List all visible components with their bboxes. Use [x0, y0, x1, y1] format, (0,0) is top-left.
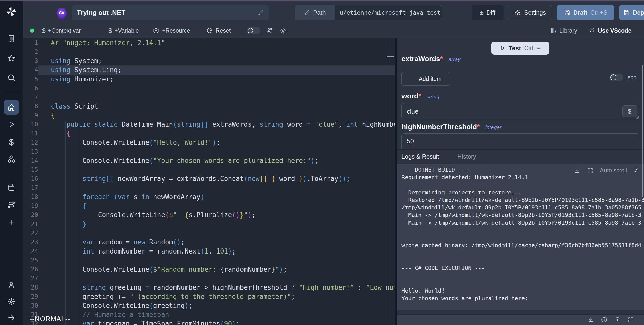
- path-label: Path: [313, 9, 326, 16]
- code-line[interactable]: 19 {: [23, 201, 395, 210]
- draft-button[interactable]: Draft Ctrl+S: [557, 5, 614, 20]
- settings-gear-icon[interactable]: [0, 295, 23, 309]
- code-line[interactable]: 15: [23, 165, 395, 174]
- insert-variable-button[interactable]: $: [622, 105, 637, 117]
- code-line[interactable]: 12 Console.WriteLine("Hello, World!");: [23, 138, 395, 147]
- code-line[interactable]: 24 int randomNumber = random.Next(1, 101…: [23, 247, 395, 256]
- indent-guide: [65, 121, 66, 325]
- word-input-value: clue: [407, 108, 418, 115]
- add-item-button[interactable]: Add item: [401, 72, 450, 86]
- code-line[interactable]: 7: [23, 93, 395, 102]
- user-icon[interactable]: [0, 278, 23, 292]
- line-number: 3: [23, 56, 38, 65]
- code-line[interactable]: 4using System.Linq;: [23, 65, 395, 75]
- calendar-icon[interactable]: [0, 180, 23, 194]
- line-number: 13: [23, 147, 38, 156]
- code-line[interactable]: 8class Script: [23, 102, 395, 111]
- test-button[interactable]: Test Ctrl+↵: [491, 42, 549, 55]
- required-asterisk: *: [477, 123, 480, 131]
- download-logs-icon[interactable]: [574, 167, 580, 174]
- arg-label-extrawords: extraWords* array: [401, 55, 460, 63]
- boxes-icon[interactable]: [0, 153, 23, 167]
- route-icon[interactable]: [0, 198, 23, 212]
- add-resource-button[interactable]: +Resource: [153, 24, 190, 38]
- code-line[interactable]: 28 string greeting = randomNumber > high…: [23, 283, 395, 292]
- code-line[interactable]: 2: [23, 47, 395, 56]
- library-icon: [550, 27, 557, 34]
- word-input[interactable]: clue $: [401, 103, 639, 119]
- settings-button[interactable]: Settings: [508, 5, 552, 20]
- code-editor[interactable]: 1#r "nuget: Humanizer, 2.14.1"23using Sy…: [23, 38, 395, 325]
- use-vscode-button[interactable]: Use VScode: [588, 24, 631, 38]
- code-line[interactable]: 6: [23, 84, 395, 93]
- auto-scroll-label[interactable]: Auto scroll: [600, 167, 627, 174]
- code-line[interactable]: 32 var timespan = TimeSpan.FromMinutes(9…: [23, 319, 395, 325]
- panel-vertical-scrollbar-thumb[interactable]: [642, 65, 643, 197]
- search-icon[interactable]: [0, 70, 23, 85]
- code-line[interactable]: 1#r "nuget: Humanizer, 2.14.1": [23, 38, 395, 47]
- draft-shortcut: Ctrl+S: [590, 9, 607, 16]
- expand-result-icon[interactable]: [628, 317, 634, 323]
- add-variable-button[interactable]: $ +Variable: [108, 24, 139, 38]
- highnumberthreshold-input[interactable]: 50: [401, 133, 639, 149]
- code-line[interactable]: 11 {: [23, 129, 395, 138]
- plus-icon[interactable]: [0, 215, 23, 229]
- script-title-box[interactable]: Trying out .NET: [72, 5, 269, 20]
- download-result-icon[interactable]: [588, 317, 594, 323]
- code-line[interactable]: 21 }: [23, 220, 395, 229]
- tab-logs-and-result[interactable]: Logs & Result: [401, 150, 439, 164]
- log-line: Determining projects to restore...: [401, 189, 644, 196]
- code-line[interactable]: 5using Humanizer;: [23, 75, 395, 84]
- clipboard-icon[interactable]: [614, 317, 621, 323]
- expand-logs-icon[interactable]: [587, 167, 593, 174]
- users-icon[interactable]: [266, 24, 273, 38]
- info-icon[interactable]: [601, 317, 607, 323]
- sidebar-item-home[interactable]: [0, 99, 23, 115]
- code-line[interactable]: 30 Console.WriteLine(greeting);: [23, 301, 395, 310]
- code-line[interactable]: 29 greeting += " (according to the thres…: [23, 292, 395, 301]
- code-line[interactable]: 23 var random = new Random();: [23, 238, 395, 247]
- resize-grip[interactable]: [636, 116, 639, 119]
- code-line[interactable]: 27: [23, 274, 395, 283]
- code-line[interactable]: 26 Console.WriteLine($"Random number: {r…: [23, 265, 395, 274]
- edit-title-pencil-icon[interactable]: [258, 9, 264, 16]
- line-number: 16: [23, 174, 38, 183]
- diff-mode-toggle[interactable]: [247, 27, 260, 34]
- reset-button[interactable]: Reset: [206, 24, 231, 38]
- windmill-logo-icon[interactable]: [0, 5, 23, 19]
- code-line[interactable]: 17: [23, 183, 395, 192]
- building-icon[interactable]: [0, 32, 23, 46]
- code-line[interactable]: 14 Console.WriteLine("Your chosen words …: [23, 156, 395, 165]
- code-line[interactable]: 10 public static DateTime Main(string[] …: [23, 120, 395, 129]
- toggle-knob: [248, 28, 253, 33]
- library-button[interactable]: Library: [550, 24, 577, 38]
- code-line[interactable]: 3using System;: [23, 56, 395, 65]
- code-line[interactable]: 13: [23, 147, 395, 156]
- code-line[interactable]: 9{: [23, 111, 395, 120]
- code-line[interactable]: 20 Console.WriteLine($" {s.Pluralize()}"…: [23, 210, 395, 220]
- code-line[interactable]: 25: [23, 256, 395, 265]
- tab-history[interactable]: History: [457, 150, 476, 164]
- dollar-icon[interactable]: $: [0, 135, 23, 149]
- deploy-button[interactable]: Deploy: [619, 5, 644, 20]
- csharp-language-icon: C#: [56, 8, 67, 19]
- play-icon[interactable]: [0, 117, 23, 131]
- json-toggle[interactable]: [610, 74, 623, 81]
- add-context-var-button[interactable]: $ +Context var: [42, 24, 81, 38]
- line-number: 2: [23, 47, 38, 56]
- required-asterisk: *: [418, 92, 421, 100]
- code-line[interactable]: 22: [23, 229, 395, 238]
- path-chip[interactable]: Path u/etienne/microsoft_java_test: [295, 5, 442, 20]
- arg-label-highnumberthreshold: highNumberThreshold* integer: [401, 123, 501, 131]
- editor-scrollbar-thumb[interactable]: [387, 56, 394, 57]
- result-section: 2024-12-10T17:29:51.6021076Z Copy: [397, 315, 644, 325]
- star-icon[interactable]: [0, 51, 23, 65]
- log-panel[interactable]: --- DOTNET BUILD ---Requirement detected…: [397, 164, 644, 310]
- diff-button[interactable]: ± Diff: [472, 5, 504, 20]
- code-line[interactable]: 16 string[] newWordArray = extraWords.Co…: [23, 174, 395, 183]
- editor-settings-gear-icon[interactable]: [280, 24, 287, 38]
- arg-type: integer: [485, 124, 501, 130]
- arrow-right-icon[interactable]: [0, 311, 23, 325]
- code-line[interactable]: 18 foreach (var s in newWordArray): [23, 192, 395, 201]
- code-line[interactable]: 31 // Humanize a timespan: [23, 310, 395, 319]
